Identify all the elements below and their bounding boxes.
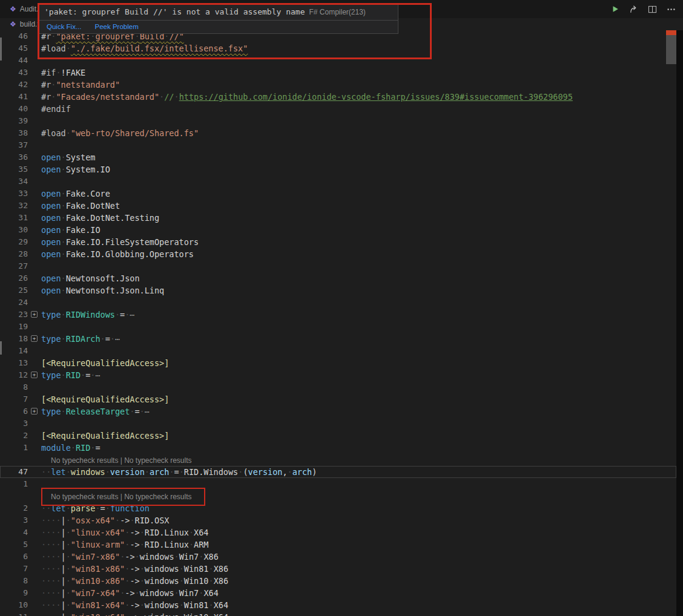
code-line-content[interactable]: open·System: [40, 151, 676, 163]
fold-gutter: [28, 151, 40, 163]
quick-fix-link[interactable]: Quick Fix...: [47, 23, 82, 30]
code-line-content[interactable]: #if·!FAKE: [40, 67, 676, 79]
code-line-content[interactable]: module·RID·=: [40, 442, 676, 454]
code-line-content[interactable]: ····|·"win7-x64"·->·windows·Win7·X64: [40, 587, 676, 599]
code-line-content[interactable]: open·Fake.IO.FileSystemOperators: [40, 236, 676, 248]
tab-secondary-label: build.f: [20, 20, 39, 28]
code-line-content[interactable]: [40, 139, 676, 151]
code-line: 41#r·"Facades/netstandard"·//·https://gi…: [0, 91, 676, 103]
fold-gutter: +: [28, 333, 40, 345]
fold-gutter: [28, 563, 40, 575]
fold-gutter: [28, 454, 40, 466]
fold-gutter: [28, 539, 40, 551]
code-line-content[interactable]: open·Fake.Core: [40, 188, 676, 200]
fold-gutter: [28, 502, 40, 514]
fold-gutter: [28, 442, 40, 454]
codelens-content: No typecheck results | No typecheck resu…: [40, 454, 676, 466]
fold-gutter: [28, 514, 40, 526]
line-number: 7: [0, 393, 28, 405]
codelens-text-annotated[interactable]: No typecheck results | No typecheck resu…: [41, 488, 205, 506]
share-icon[interactable]: [629, 5, 638, 14]
fold-gutter: [28, 575, 40, 587]
code-line-content[interactable]: ····|·"win81-x64"·->·windows·Win81·X64: [40, 599, 676, 611]
line-number: 3: [0, 514, 28, 526]
code-line-content[interactable]: [40, 115, 676, 127]
code-line-content[interactable]: ····|·"win10-x64"·->·windows·Win10·X64: [40, 611, 676, 616]
diagnostic-message-row: 'paket: groupref Build //' is not a vali…: [38, 4, 398, 20]
code-line-content[interactable]: type·RIDWindows·=·⋯: [40, 309, 676, 321]
line-number: 29: [0, 236, 28, 248]
code-line-content[interactable]: open·Fake.IO.Globbing.Operators: [40, 248, 676, 260]
code-line-content[interactable]: [<RequireQualifiedAccess>]: [40, 393, 676, 405]
code-line: 8: [0, 381, 676, 393]
line-number: 31: [0, 212, 28, 224]
code-line-content[interactable]: [40, 260, 676, 272]
line-number: 34: [0, 175, 28, 188]
code-line-content[interactable]: [40, 345, 676, 357]
code-line-content[interactable]: [40, 175, 676, 188]
scrollbar-thumb[interactable]: [666, 35, 676, 64]
code-line-content[interactable]: open·Fake.IO: [40, 224, 676, 236]
fold-gutter: [28, 67, 40, 79]
codelens-row: No typecheck results | No typecheck resu…: [0, 490, 676, 502]
code-line-content[interactable]: type·RID·=·⋯: [40, 369, 676, 381]
code-line-content[interactable]: type·ReleaseTarget·=·⋯: [40, 405, 676, 418]
code-line: 26open·Newtonsoft.Json: [0, 272, 676, 284]
code-line-content[interactable]: [<RequireQualifiedAccess>]: [40, 430, 676, 442]
code-line-content[interactable]: #endif: [40, 103, 676, 115]
fsharp-file-icon: ❖: [10, 5, 16, 13]
fold-gutter: [28, 127, 40, 139]
code-line-content[interactable]: open·Fake.DotNet: [40, 200, 676, 212]
code-line-content[interactable]: [40, 381, 676, 393]
code-line-content[interactable]: ····|·"linux-x64"·->·RID.Linux·X64: [40, 526, 676, 539]
code-line-content[interactable]: ····|·"osx-x64"·->·RID.OSX: [40, 514, 676, 526]
code-line: 6+type·ReleaseTarget·=·⋯: [0, 405, 676, 418]
code-line-content[interactable]: #r·"Facades/netstandard"·//·https://gith…: [40, 91, 676, 103]
code-line: 38#load·"web-rto/Shared/Shared.fs": [0, 127, 676, 139]
fold-gutter: [28, 103, 40, 115]
code-line-content[interactable]: [40, 297, 676, 309]
fold-expand-icon[interactable]: +: [31, 311, 38, 318]
code-line-content[interactable]: open·Newtonsoft.Json.Linq: [40, 284, 676, 297]
fold-gutter: [28, 212, 40, 224]
code-line-content[interactable]: #r·"netstandard": [40, 79, 676, 91]
tab-secondary[interactable]: ❖ build.f: [10, 20, 39, 28]
code-line: 40#endif: [0, 103, 676, 115]
code-line-content[interactable]: ····|·"win81-x86"·->·windows·Win81·X86: [40, 563, 676, 575]
split-editor-icon[interactable]: [648, 5, 657, 14]
code-line-content[interactable]: #load·"./.fake/build.fsx/intellisense.fs…: [40, 42, 676, 54]
fold-expand-icon[interactable]: +: [31, 372, 38, 378]
code-line: 34: [0, 175, 676, 188]
code-line-content[interactable]: [40, 54, 676, 67]
code-line: 31open·Fake.DotNet.Testing: [0, 212, 676, 224]
fold-expand-icon[interactable]: +: [31, 335, 38, 342]
code-line-content[interactable]: [40, 418, 676, 430]
codelens-content: No typecheck results | No typecheck resu…: [40, 490, 676, 502]
fold-gutter: [28, 115, 40, 127]
more-actions-icon[interactable]: [667, 5, 676, 14]
code-line: 14: [0, 345, 676, 357]
code-line-content[interactable]: ····|·"win7-x86"·->·windows·Win7·X86: [40, 551, 676, 563]
code-line: 28open·Fake.IO.Globbing.Operators: [0, 248, 676, 260]
diagnostic-source: F# Compiler(213): [309, 8, 365, 16]
code-line-content[interactable]: ····|·"linux-arm"·->·RID.Linux·ARM: [40, 539, 676, 551]
fold-expand-icon[interactable]: +: [31, 408, 38, 414]
code-line-content[interactable]: type·RIDArch·=·⋯: [40, 333, 676, 345]
line-number: 6: [0, 405, 28, 418]
code-line-content[interactable]: #load·"web-rto/Shared/Shared.fs": [40, 127, 676, 139]
code-line-content[interactable]: ··let·windows·version·arch·=·RID.Windows…: [40, 466, 676, 478]
gutter-decoration: [0, 38, 2, 61]
fold-gutter: [28, 551, 40, 563]
code-line-content[interactable]: open·Fake.DotNet.Testing: [40, 212, 676, 224]
run-icon[interactable]: [611, 5, 619, 13]
codelens-text[interactable]: No typecheck results | No typecheck resu…: [51, 456, 192, 465]
code-line: 5····|·"linux-arm"·->·RID.Linux·ARM: [0, 539, 676, 551]
peek-problem-link[interactable]: Peek Problem: [95, 23, 139, 30]
code-line-content[interactable]: ····|·"win10-x86"·->·windows·Win10·X86: [40, 575, 676, 587]
code-line-content[interactable]: [40, 321, 676, 333]
code-line-content[interactable]: [<RequireQualifiedAccess>]: [40, 357, 676, 369]
code-line-content[interactable]: open·Newtonsoft.Json: [40, 272, 676, 284]
code-line-content[interactable]: open·System.IO: [40, 163, 676, 175]
line-number: 37: [0, 139, 28, 151]
line-number: 24: [0, 297, 28, 309]
